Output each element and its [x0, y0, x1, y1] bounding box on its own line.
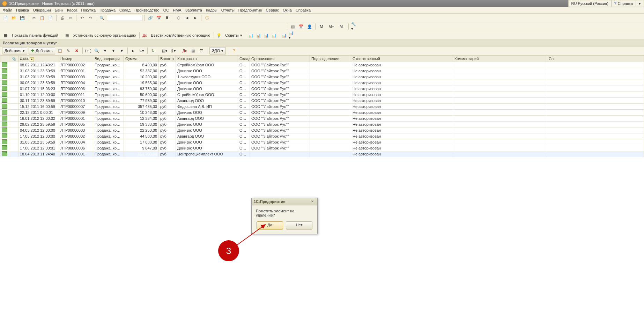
dropdown-toggle[interactable]: ▾ [636, 0, 644, 7]
calendar-icon[interactable]: 📅 [155, 14, 162, 21]
table-row[interactable]: 29.02.2012 23:59:59ЛТР00000005Продажа, к… [0, 122, 644, 127]
col-department[interactable]: Подразделение [310, 56, 351, 62]
edit-row-icon[interactable]: ✎ [65, 47, 72, 54]
col-currency[interactable]: Валюта [159, 56, 176, 62]
col-comment[interactable]: Комментарий [453, 56, 547, 62]
filter2-icon[interactable]: ▼ [110, 47, 117, 54]
table-row[interactable]: 01.10.2011 12:00:00ЛТР00000011Продажа, к… [0, 92, 644, 98]
calendar2-icon[interactable]: 📅 [298, 23, 305, 30]
report2-icon[interactable]: 📊 [255, 32, 262, 39]
save-icon[interactable]: 💾 [19, 14, 26, 21]
filter-off-icon[interactable]: ▼ [118, 47, 125, 54]
table-row[interactable]: 01.07.2011 15:06:23ЛТР00000006Продажа, к… [0, 86, 644, 92]
cut-icon[interactable]: ✂ [30, 14, 37, 21]
redo-icon[interactable]: ↷ [87, 14, 94, 21]
col-counterparty[interactable]: Контрагент [176, 56, 238, 62]
dialog-no-button[interactable]: Нет [286, 221, 312, 229]
open-icon[interactable]: 📂 [10, 14, 17, 21]
filter-period-icon[interactable]: (↔) [85, 47, 92, 54]
dialog-yes-button[interactable]: Да [257, 221, 283, 229]
move-icon[interactable]: ↳▾ [138, 47, 145, 54]
find-icon[interactable]: 🔍 [98, 14, 105, 21]
table-row[interactable]: 08.02.2011 12:43:21ЛТР00000002Продажа, к… [0, 62, 644, 68]
help-button[interactable]: ?Справка [611, 0, 636, 7]
col-sum[interactable]: Сумма [124, 56, 159, 62]
link-icon[interactable]: 🔗 [147, 14, 154, 21]
col-icon1[interactable] [0, 56, 10, 62]
table-row[interactable]: 30.11.2011 23:59:59ЛТР00000010Продажа, к… [0, 98, 644, 104]
advice-icon[interactable]: 💡 [215, 32, 222, 39]
memory-m[interactable]: M [318, 24, 325, 29]
table-row[interactable]: 18.01.2012 12:00:02ЛТР00000001Продажа, к… [0, 116, 644, 122]
back-icon[interactable]: ◄ [184, 14, 191, 21]
menu-hr[interactable]: Кадры [206, 7, 217, 13]
memory-mplus[interactable]: M+ [326, 24, 336, 29]
delete-row-icon[interactable]: ✖ [73, 47, 80, 54]
edo-dropdown[interactable]: ЭДО ▾ [209, 47, 226, 54]
report3-icon[interactable]: 📊 [263, 32, 270, 39]
menu-warehouse[interactable]: Склад [119, 7, 131, 13]
list-icon[interactable]: ▤ [289, 23, 296, 30]
enter-op-button[interactable]: Ввести хозяйственную операцию [149, 33, 212, 37]
table-row[interactable]: 31.03.2011 23:59:59ЛТР00000003Продажа, к… [0, 74, 644, 80]
menu-purchase[interactable]: Покупка [81, 7, 96, 13]
set-org-button[interactable]: Установить основную организацию [71, 33, 138, 37]
menu-nma[interactable]: НМА [173, 7, 181, 13]
show-panel-icon[interactable]: ▦ [2, 32, 9, 39]
print-form-icon[interactable]: 🖨▾ [170, 47, 177, 54]
filter1-icon[interactable]: ▼ [102, 47, 109, 54]
menu-operations[interactable]: Операции [33, 7, 51, 13]
add-button[interactable]: ✚Добавить [29, 47, 55, 54]
actions-dropdown[interactable]: Действия ▾ [2, 47, 27, 54]
report6-icon[interactable]: 📊▾ [288, 32, 295, 39]
col-responsible[interactable]: Ответственный [351, 56, 453, 62]
menu-help[interactable]: Справка [296, 7, 311, 13]
menu-cash[interactable]: Касса [67, 7, 77, 13]
menu-file[interactable]: ФФайлайл [3, 7, 12, 13]
col-last[interactable]: Со [547, 56, 644, 62]
wrench-icon[interactable]: 🔧▾ [351, 23, 358, 30]
memory-mminus[interactable]: M- [338, 24, 346, 29]
col-number[interactable]: Номер [59, 56, 93, 62]
menu-windows[interactable]: Окна [283, 7, 292, 13]
advice-button[interactable]: Советы ▾ [223, 33, 244, 38]
col-icon2[interactable]: 📎 [10, 56, 18, 62]
calc-icon[interactable]: 🖩 [164, 14, 171, 21]
dialog-close-icon[interactable]: × [310, 199, 315, 204]
set-org-icon[interactable]: ▤ [64, 32, 71, 39]
table-row[interactable]: 17.08.2012 12:00:01ЛТР00000006Продажа, к… [0, 145, 644, 151]
dialog-title-bar[interactable]: 1С:Предприятие × [252, 198, 317, 205]
menu-production[interactable]: Производство [134, 7, 160, 13]
dk-icon[interactable]: Дк [181, 47, 188, 54]
col-organization[interactable]: Организация [250, 56, 310, 62]
paste-icon[interactable]: 📄 [47, 14, 54, 21]
user-icon[interactable]: 👤 [306, 23, 313, 30]
menu-salary[interactable]: Зарплата [185, 7, 202, 13]
copy-row-icon[interactable]: 📋 [57, 47, 64, 54]
info-icon[interactable]: ⓘ [203, 14, 210, 21]
col-warehouse[interactable]: Склад [238, 56, 250, 62]
menu-service[interactable]: Сервис [266, 7, 279, 13]
menu-reports[interactable]: Отчеты [221, 7, 235, 13]
search-input[interactable] [107, 15, 142, 21]
refresh-icon[interactable]: ↻ [150, 47, 157, 54]
print-icon[interactable]: 🖨 [59, 14, 66, 21]
menu-os[interactable]: ОС [163, 7, 169, 13]
new-doc-icon[interactable]: 📄 [2, 14, 9, 21]
show-panel-button[interactable]: Показать панель функций [10, 33, 60, 37]
menu-bank[interactable]: Банк [55, 7, 63, 13]
fwd-icon[interactable]: ► [192, 14, 199, 21]
menu-sale[interactable]: Продажа [99, 7, 116, 13]
find-row-icon[interactable]: 🔍 [93, 47, 100, 54]
structure-icon[interactable]: ▦ [190, 47, 197, 54]
based-on-icon[interactable]: ▤▾ [161, 47, 168, 54]
list2-icon[interactable]: ☰ [198, 47, 205, 54]
report5-icon[interactable]: 📊 [281, 32, 288, 39]
table-row[interactable]: 30.06.2011 23:59:59ЛТР00000004Продажа, к… [0, 80, 644, 86]
post-icon[interactable]: ▸ [130, 47, 137, 54]
enter-op-icon[interactable]: Дк [141, 32, 148, 39]
table-row[interactable]: 31.03.2011 23:59:59ЛТР00000001Продажа, к… [0, 68, 644, 74]
report1-icon[interactable]: 📊 [247, 32, 254, 39]
col-operation[interactable]: Вид операции [93, 56, 124, 62]
report4-icon[interactable]: 📊 [271, 32, 277, 39]
